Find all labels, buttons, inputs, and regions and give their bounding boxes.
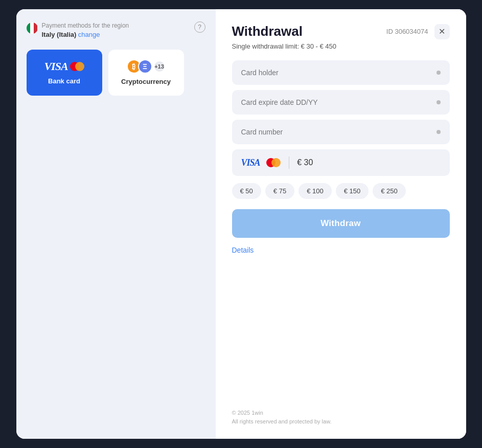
region-text: Payment methods for the region Italy (It…	[42, 21, 190, 39]
visa-logo-icon: VISA	[44, 60, 67, 73]
region-label: Payment methods for the region	[42, 22, 129, 29]
help-button[interactable]: ?	[194, 21, 205, 33]
quick-amounts-row: € 50 € 75 € 100 € 150 € 250	[232, 183, 450, 199]
payment-method-crypto[interactable]: ₿ Ξ +13 Cryptocurrency	[108, 50, 184, 96]
crypto-label: Cryptocurrency	[121, 78, 171, 85]
crypto-icons-row: ₿ Ξ +13	[127, 59, 166, 74]
card-expire-field[interactable]	[232, 90, 450, 115]
card-holder-input[interactable]	[241, 69, 437, 77]
withdrawal-title: Withdrawal	[232, 24, 303, 39]
field-indicator	[437, 130, 441, 134]
card-number-field[interactable]	[232, 120, 450, 144]
limit-text: Single withdrawal limit: € 30 - € 450	[232, 42, 450, 50]
quick-amount-4[interactable]: € 250	[373, 183, 406, 199]
withdraw-button[interactable]: Withdraw	[232, 209, 450, 238]
amount-divider	[289, 156, 289, 169]
amount-row[interactable]: VISA	[232, 149, 450, 176]
footer-line1: © 2025 1win	[232, 409, 450, 418]
amount-mastercard-icon	[266, 158, 281, 167]
left-panel: Payment methods for the region Italy (It…	[16, 9, 216, 439]
italy-flag-icon	[27, 23, 38, 34]
region-header: Payment methods for the region Italy (It…	[27, 21, 205, 39]
payment-methods-list: VISA Bank card ₿ Ξ +13 Cryptocurrency	[27, 50, 205, 96]
card-expire-input[interactable]	[241, 98, 437, 106]
quick-amount-3[interactable]: € 150	[336, 183, 369, 199]
details-link[interactable]: Details	[232, 246, 450, 254]
quick-amount-2[interactable]: € 100	[299, 183, 332, 199]
card-number-input[interactable]	[241, 128, 437, 136]
field-indicator	[437, 71, 441, 75]
amount-visa-icon: VISA	[241, 158, 260, 168]
region-change-link[interactable]: change	[78, 31, 100, 38]
field-indicator	[437, 100, 441, 104]
transaction-id: ID 306034074	[386, 28, 428, 35]
amount-input[interactable]	[297, 158, 440, 167]
visa-mc-icons: VISA	[44, 60, 84, 73]
quick-amount-1[interactable]: € 75	[265, 183, 294, 199]
region-country: Italy (Italia)	[42, 31, 77, 38]
header-right: ID 306034074 ✕	[386, 24, 450, 39]
bank-card-label: Bank card	[48, 77, 80, 85]
crypto-more-badge: +13	[153, 60, 166, 73]
close-button[interactable]: ✕	[434, 24, 450, 39]
payment-method-bank-card[interactable]: VISA Bank card	[27, 50, 102, 96]
quick-amount-0[interactable]: € 50	[232, 183, 261, 199]
modal-container: Payment methods for the region Italy (It…	[16, 9, 466, 439]
footer-line2: All rights reserved and protected by law…	[232, 417, 450, 427]
ethereum-icon: Ξ	[138, 59, 152, 74]
right-panel: Withdrawal ID 306034074 ✕ Single withdra…	[216, 9, 466, 439]
right-header: Withdrawal ID 306034074 ✕	[232, 24, 450, 39]
footer: © 2025 1win All rights reserved and prot…	[232, 398, 450, 427]
card-holder-field[interactable]	[232, 60, 450, 85]
mastercard-icon	[70, 62, 84, 71]
